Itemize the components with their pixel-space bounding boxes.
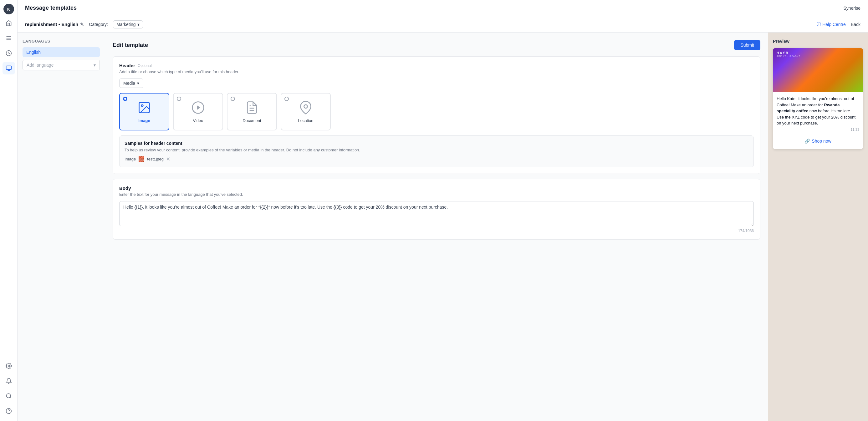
preview-title: Preview	[773, 39, 863, 44]
location-label: Location	[298, 118, 313, 123]
languages-title: Languages	[23, 39, 100, 43]
preview-image: HAYB ARE YOU READY?	[773, 48, 863, 92]
edit-name-icon[interactable]: ✎	[80, 22, 84, 27]
svg-line-9	[10, 397, 11, 398]
file-name: testt.jpeg	[147, 157, 164, 161]
help-icon: ⓘ	[817, 22, 821, 27]
languages-panel: Languages English Add language ▾	[18, 33, 105, 421]
add-language-dropdown[interactable]: Add language ▾	[23, 60, 100, 70]
header-section: Header Optional Add a title or choose wh…	[113, 56, 761, 174]
preview-divider	[777, 134, 859, 134]
preview-body: Hello Kate, it looks like you're almost …	[773, 92, 863, 149]
sidebar-icon-bell[interactable]	[2, 375, 15, 387]
samples-file-row: Image 🧱 testt.jpeg ✕	[125, 156, 748, 162]
subheader-right: ⓘ Help Centre Back	[817, 22, 861, 27]
back-button[interactable]: Back	[851, 22, 861, 27]
add-language-chevron-icon: ▾	[94, 63, 96, 68]
samples-desc: To help us review your content, provide …	[125, 148, 748, 152]
image-label: Image	[138, 118, 150, 123]
preview-message: Hello Kate, it looks like you're almost …	[777, 96, 859, 126]
header-desc: Add a title or choose which type of medi…	[119, 69, 754, 74]
edit-area: Edit template Submit Header Optional Add…	[105, 33, 768, 421]
remove-file-button[interactable]: ✕	[166, 156, 170, 162]
media-card-image[interactable]: Image	[119, 93, 169, 130]
help-centre-link[interactable]: ⓘ Help Centre	[817, 22, 846, 27]
submit-button[interactable]: Submit	[734, 40, 761, 50]
image-icon	[137, 101, 151, 116]
svg-point-13	[142, 104, 143, 106]
document-icon	[245, 101, 259, 116]
optional-badge: Optional	[138, 64, 152, 68]
char-count: 174/1036	[119, 229, 754, 233]
edit-header-row: Edit template Submit	[113, 40, 761, 50]
svg-rect-4	[6, 66, 11, 70]
category-label: Category:	[89, 22, 108, 27]
main-wrapper: Message templates Synerise replenishment…	[18, 0, 868, 421]
body-section-title: Body	[119, 186, 754, 191]
body-textarea[interactable]: Hello {{1}}, it looks like you're almost…	[119, 201, 754, 226]
samples-title: Samples for header content	[125, 141, 748, 146]
category-dropdown[interactable]: Marketing ▾	[113, 20, 143, 29]
media-types-container: Image Video	[119, 93, 754, 130]
video-radio	[177, 97, 181, 101]
top-header: Message templates Synerise	[18, 0, 868, 16]
video-label: Video	[193, 118, 203, 123]
preview-panel: Preview HAYB ARE YOU READY? Hello Kate, …	[768, 33, 868, 421]
location-radio	[284, 97, 289, 101]
document-label: Document	[243, 118, 261, 123]
video-icon	[191, 101, 205, 116]
media-chevron-icon: ▾	[137, 81, 139, 86]
preview-timestamp: 11:33	[777, 128, 859, 131]
file-icon: 🧱	[138, 156, 145, 162]
sidebar-icon-menu[interactable]	[2, 32, 15, 44]
svg-point-7	[8, 365, 9, 367]
preview-image-sub: ARE YOU READY?	[777, 55, 800, 57]
document-radio	[230, 97, 235, 101]
sidebar: K	[0, 0, 18, 421]
language-english[interactable]: English	[23, 47, 100, 57]
svg-marker-15	[197, 105, 200, 110]
media-card-video[interactable]: Video	[173, 93, 223, 130]
sidebar-icon-home[interactable]	[2, 17, 15, 29]
user-label: Synerise	[844, 6, 861, 11]
content-area: Languages English Add language ▾ Edit te…	[18, 33, 868, 421]
body-section: Body Enter the text for your message in …	[113, 179, 761, 239]
sidebar-icon-clock[interactable]	[2, 47, 15, 59]
sidebar-icon-box[interactable]	[2, 62, 15, 74]
media-card-document[interactable]: Document	[227, 93, 277, 130]
image-radio	[123, 97, 127, 101]
sidebar-icon-help[interactable]	[2, 405, 15, 417]
phone-preview: HAYB ARE YOU READY? Hello Kate, it looks…	[773, 48, 863, 149]
media-type-dropdown[interactable]: Media ▾	[119, 78, 143, 88]
header-section-title: Header Optional	[119, 63, 754, 68]
samples-section: Samples for header content To help us re…	[119, 135, 754, 167]
preview-image-hayb: HAYB	[777, 51, 789, 55]
location-icon	[299, 101, 313, 116]
svg-point-19	[304, 104, 308, 108]
page-title: Message templates	[25, 5, 77, 11]
svg-point-8	[6, 394, 10, 398]
preview-cta[interactable]: 🔗 Shop now	[777, 137, 859, 145]
avatar[interactable]: K	[3, 4, 14, 14]
media-card-location[interactable]: Location	[281, 93, 331, 130]
sidebar-icon-search[interactable]	[2, 390, 15, 402]
chevron-down-icon: ▾	[137, 22, 140, 27]
sub-header: replenishment • English ✎ Category: Mark…	[18, 16, 868, 33]
sidebar-icon-settings[interactable]	[2, 360, 15, 372]
edit-template-title: Edit template	[113, 42, 148, 48]
image-file-label: Image	[125, 157, 136, 161]
external-link-icon: 🔗	[804, 138, 810, 143]
template-name: replenishment • English ✎	[25, 22, 84, 27]
body-desc: Enter the text for your message in the l…	[119, 192, 754, 197]
